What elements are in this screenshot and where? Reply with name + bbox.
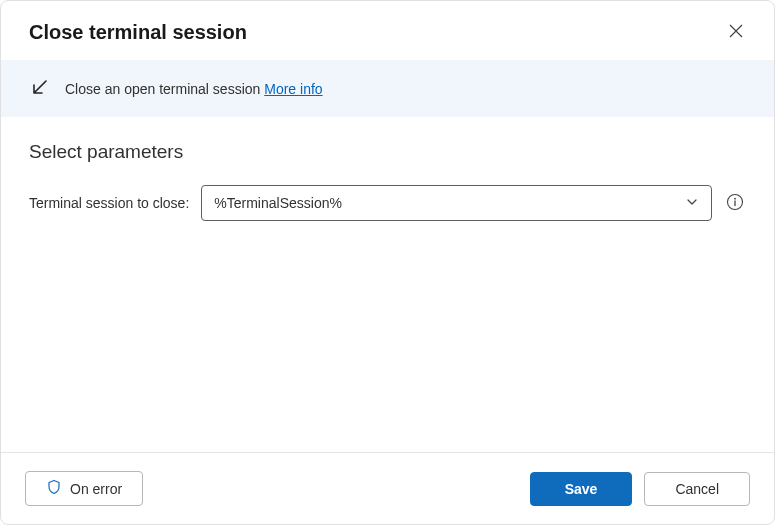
shield-icon: [46, 479, 62, 498]
param-label: Terminal session to close:: [29, 195, 189, 211]
more-info-link[interactable]: More info: [264, 81, 322, 97]
chevron-down-icon: [685, 195, 699, 212]
save-button[interactable]: Save: [530, 472, 633, 506]
dropdown-value: %TerminalSession%: [214, 195, 342, 211]
cancel-label: Cancel: [675, 481, 719, 497]
param-row: Terminal session to close: %TerminalSess…: [29, 185, 746, 221]
terminal-session-dropdown[interactable]: %TerminalSession%: [201, 185, 712, 221]
cancel-button[interactable]: Cancel: [644, 472, 750, 506]
on-error-button[interactable]: On error: [25, 471, 143, 506]
dialog-title: Close terminal session: [29, 21, 247, 44]
close-icon: [728, 23, 744, 42]
dialog-header: Close terminal session: [1, 1, 774, 60]
info-banner: Close an open terminal session More info: [1, 60, 774, 117]
info-icon: [726, 193, 744, 214]
close-button[interactable]: [724, 19, 748, 46]
on-error-label: On error: [70, 481, 122, 497]
param-info-button[interactable]: [724, 191, 746, 216]
save-label: Save: [565, 481, 598, 497]
banner-description: Close an open terminal session: [65, 81, 260, 97]
footer-actions: Save Cancel: [530, 472, 750, 506]
svg-point-1: [734, 197, 736, 199]
close-terminal-dialog: Close terminal session Close an open ter…: [0, 0, 775, 525]
banner-text-container: Close an open terminal session More info: [65, 81, 323, 97]
arrow-down-left-icon: [29, 76, 51, 101]
dialog-footer: On error Save Cancel: [1, 452, 774, 524]
section-title: Select parameters: [29, 141, 746, 163]
dialog-content: Select parameters Terminal session to cl…: [1, 117, 774, 452]
